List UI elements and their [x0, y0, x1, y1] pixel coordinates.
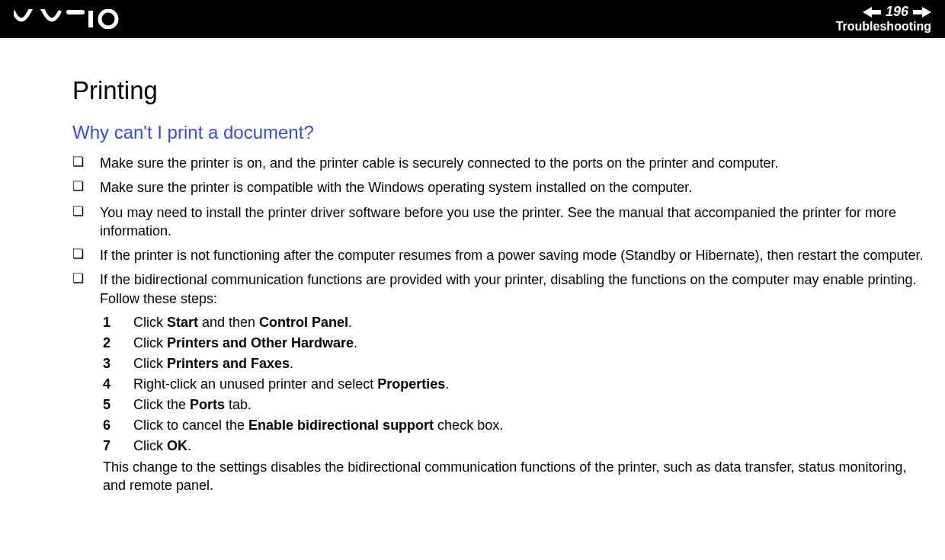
bullet-item: If the bidirectional communication funct… — [72, 270, 924, 494]
svg-marker-2 — [863, 7, 881, 18]
step-item: Click Printers and Other Hardware. — [103, 333, 924, 354]
bullet-item: Make sure the printer is on, and the pri… — [72, 154, 924, 172]
step-item: Right-click an unused printer and select… — [103, 374, 924, 395]
svg-marker-3 — [913, 7, 931, 18]
svg-point-1 — [100, 11, 117, 27]
page-number: 196 — [886, 5, 908, 20]
bullet-list: Make sure the printer is on, and the pri… — [72, 154, 924, 495]
page-content: Printing Why can't I print a document? M… — [0, 38, 945, 515]
bullet-item: If the printer is not functioning after … — [72, 246, 924, 264]
trailing-note: This change to the settings disables the… — [103, 458, 924, 495]
bullet-text: If the bidirectional communication funct… — [100, 272, 917, 306]
vaio-logo-svg — [14, 9, 120, 29]
bullet-item: Make sure the printer is compatible with… — [72, 178, 924, 197]
step-item: Click Printers and Faxes. — [103, 354, 924, 374]
next-page-arrow[interactable] — [913, 7, 931, 18]
bullet-item: You may need to install the printer driv… — [72, 203, 924, 241]
vaio-logo — [14, 9, 120, 29]
page-nav: 196 — [836, 5, 931, 20]
step-item: Click to cancel the Enable bidirectional… — [103, 415, 924, 436]
step-item: Click OK. — [103, 436, 924, 456]
steps-list: Click Start and then Control Panel. Clic… — [103, 312, 924, 456]
step-item: Click the Ports tab. — [103, 395, 924, 415]
header-bar: 196 Troubleshooting — [0, 0, 945, 38]
page-title: Printing — [72, 76, 924, 105]
svg-rect-0 — [88, 11, 93, 27]
section-label: Troubleshooting — [836, 20, 931, 34]
prev-page-arrow[interactable] — [863, 7, 881, 18]
step-item: Click Start and then Control Panel. — [103, 312, 924, 333]
question-heading: Why can't I print a document? — [72, 122, 924, 143]
header-right: 196 Troubleshooting — [836, 5, 931, 33]
